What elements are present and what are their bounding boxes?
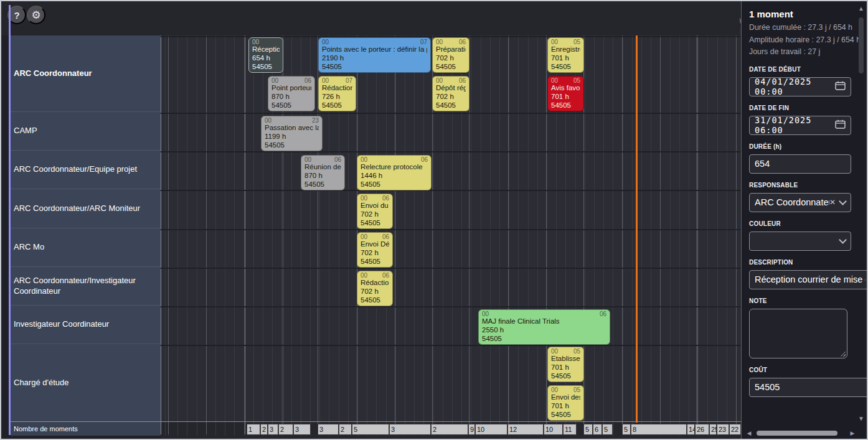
bar-hours: 701 h — [551, 54, 580, 63]
bar-cost: 54505 — [271, 101, 311, 110]
resize-grip-icon[interactable] — [840, 351, 846, 357]
bar-cost: 54505 — [361, 219, 389, 228]
sidebar-row[interactable]: ARC Mo — [11, 228, 161, 267]
responsable-select[interactable]: ARC Coordonnateur ✕ — [749, 193, 851, 212]
duree-input[interactable]: 654 — [749, 154, 851, 174]
bar-cost: 54505 — [252, 63, 280, 72]
bar-badge-right: 07 — [420, 39, 427, 45]
gantt-bar[interactable]: 0006Point porteur870 h54505 — [268, 76, 315, 111]
vertical-scroll-thumb[interactable] — [859, 17, 864, 73]
chevron-down-icon[interactable] — [839, 197, 847, 205]
calendar-icon[interactable] — [835, 81, 846, 92]
gantt-bar[interactable]: 0005Envoi des701 h54505 — [547, 385, 584, 421]
sidebar-row-label: CAMP — [14, 126, 37, 136]
scroll-left-icon[interactable]: ◀ — [745, 430, 753, 436]
bar-title: MAJ finale Clinical Trials — [482, 317, 606, 326]
sidebar-row-label: ARC Coordonnateur/Equipe projet — [14, 164, 137, 174]
calendar-icon[interactable] — [835, 119, 846, 131]
bar-cost: 54505 — [482, 335, 606, 344]
bar-badge-left: 00 — [551, 386, 558, 393]
sidebar-row[interactable]: ARC Coordonnateur/Investigateur Coordina… — [11, 267, 161, 306]
bar-title: Passation avec la — [265, 124, 319, 133]
bar-hour-badges: 0005 — [551, 39, 580, 45]
date-fin-value: 31/01/2025 06:00 — [755, 115, 835, 135]
note-textarea[interactable] — [749, 309, 847, 358]
settings-button[interactable]: ⚙ — [27, 6, 45, 24]
today-line — [636, 5, 638, 423]
moment-count-cell: 11 — [563, 424, 577, 435]
row-separator — [161, 151, 741, 152]
bar-hour-badges: 0006 — [482, 311, 606, 317]
year-boundary-line — [697, 5, 697, 434]
description-input[interactable]: Réception courrier de mise e — [749, 270, 868, 289]
bar-badge-left: 00 — [551, 348, 558, 355]
horizontal-scrollbar[interactable]: ◀ ▶ — [745, 429, 856, 438]
bar-title: Dépôt régl — [436, 84, 466, 93]
bar-badge-left: 00 — [271, 77, 278, 84]
gantt-bar[interactable]: 00Réception654 h54505 — [248, 37, 283, 73]
gantt-bar[interactable]: 0005Etablissem701 h54505 — [547, 347, 584, 382]
month-boundary-line — [395, 17, 395, 434]
sidebar-row-label: ARC Mo — [14, 242, 44, 252]
gantt-bar[interactable]: 0006Relecture protocole1446 h54505 — [357, 155, 432, 190]
cout-input[interactable]: 54505 — [749, 378, 868, 397]
date-fin-input[interactable]: 31/01/2025 06:00 — [749, 116, 851, 135]
bar-title: Réception — [252, 45, 280, 54]
bar-cost: 54505 — [322, 63, 427, 72]
bar-hour-badges: 0006 — [436, 77, 466, 84]
bar-title: Etablissem — [551, 355, 580, 363]
gantt-bar[interactable]: 0006Réunion de la870 h54505 — [301, 155, 345, 190]
gantt-bar[interactable]: 0023Passation avec la1199 h54505 — [261, 116, 323, 151]
gantt-bar[interactable]: 0006MAJ finale Clinical Trials2550 h5450… — [478, 309, 610, 345]
bar-hour-badges: 0006 — [304, 156, 341, 163]
sidebar-row-label: ARC Coordonnateur/ARC Moniteur — [14, 204, 140, 213]
sidebar-row[interactable]: ARC Coordonnateur/ARC Moniteur — [11, 189, 161, 228]
sidebar-row[interactable]: CAMP — [11, 112, 161, 151]
bar-badge-left: 00 — [322, 39, 329, 45]
vertical-scrollbar[interactable]: ▲ ▼ — [856, 1, 867, 427]
responsable-label: RESPONSABLE — [749, 182, 857, 189]
horizontal-scroll-track[interactable] — [753, 430, 849, 436]
sidebar-row[interactable]: ARC Coordonnateur — [11, 35, 161, 112]
scroll-up-icon[interactable]: ▲ — [856, 5, 867, 12]
bar-hours: 702 h — [436, 54, 466, 63]
date-debut-input[interactable]: 04/01/2025 00:00 — [749, 77, 851, 96]
sidebar-row[interactable]: ARC Coordonnateur/Equipe projet — [11, 151, 161, 189]
bar-title: Points avec le porteur : définir la p — [322, 45, 427, 54]
month-boundary-line — [546, 17, 547, 434]
couleur-select[interactable] — [749, 232, 851, 251]
bar-hour-badges: 0006 — [361, 233, 389, 240]
bar-cost: 54505 — [361, 258, 389, 266]
horizontal-scroll-thumb[interactable] — [757, 431, 837, 436]
month-boundary-line — [736, 17, 737, 434]
row-separator — [161, 190, 741, 191]
bar-hours: 726 h — [322, 93, 352, 101]
sidebar-row[interactable]: Investigateur Coordinateur — [11, 306, 161, 344]
moment-count-cell: 3 — [318, 424, 339, 435]
gantt-bar[interactable]: 0006Envoi du q702 h54505 — [357, 194, 393, 229]
scroll-down-icon[interactable]: ▼ — [856, 415, 867, 422]
clear-icon[interactable]: ✕ — [829, 198, 836, 207]
gantt-bar[interactable]: 0006Envoi Décl702 h54505 — [357, 232, 393, 268]
gantt-bar[interactable]: 0007Rédaction726 h54505 — [318, 76, 356, 111]
moment-count-cell: 3 — [293, 424, 311, 435]
duree-value: 654 — [755, 159, 770, 169]
bar-hours: 870 h — [271, 93, 311, 101]
scroll-right-icon[interactable]: ▶ — [849, 430, 856, 436]
gantt-bar[interactable]: 0006Préparation702 h54505 — [432, 37, 469, 73]
year-boundary-line — [245, 5, 245, 434]
moment-detail-panel: 1 moment Durée cumulée : 27.3 j / 654 h … — [741, 1, 867, 439]
panel-title: 1 moment — [749, 9, 857, 19]
gantt-bar[interactable]: 0005Avis favora701 h54505 — [547, 76, 584, 111]
bar-hour-badges: 0005 — [551, 348, 580, 355]
bar-hours: 701 h — [551, 402, 580, 411]
bar-hour-badges: 0006 — [271, 77, 311, 84]
gantt-bar[interactable]: 0006Dépôt régl702 h54505 — [432, 76, 469, 111]
gantt-bar[interactable]: 0005Enregistrem701 h54505 — [547, 37, 584, 73]
gantt-bar[interactable]: 0007Points avec le porteur : définir la … — [318, 37, 431, 73]
chevron-down-icon[interactable] — [839, 236, 847, 244]
gantt-bar[interactable]: 0006Rédaction702 h54505 — [357, 271, 393, 306]
sidebar-row[interactable]: Chargé d'étude — [11, 344, 161, 422]
moment-count-cell: 10 — [475, 424, 507, 435]
moment-count-cell: 5 — [602, 424, 613, 435]
